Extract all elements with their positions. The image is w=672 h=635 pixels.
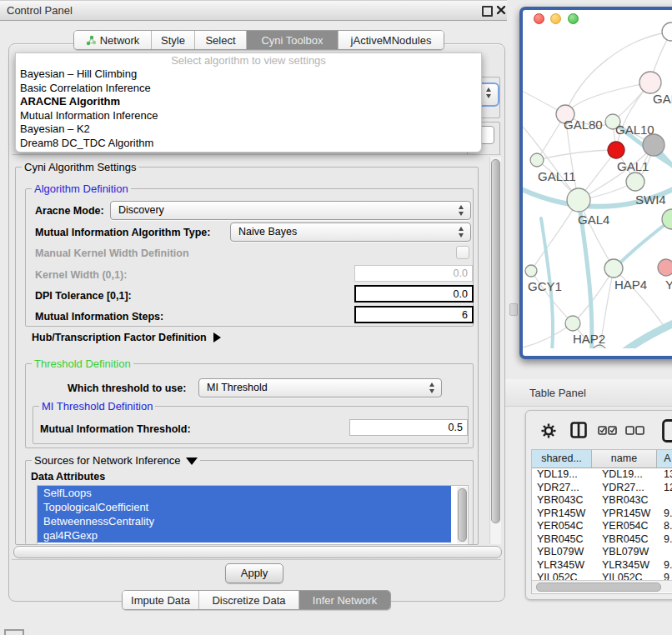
data-attribute-item[interactable]: BetweennessCentrality	[38, 514, 451, 528]
select-all-checkboxes-icon[interactable]	[598, 426, 618, 435]
data-attribute-item[interactable]: SelfLoops	[38, 486, 451, 500]
table-header-row: shared... name A	[532, 450, 672, 468]
sources-title-text: Sources for Network Inference	[34, 454, 181, 467]
panel-splitter-grip[interactable]	[509, 303, 518, 316]
network-node[interactable]	[662, 22, 672, 41]
algorithm-option[interactable]: Mutual Information Inference	[16, 109, 481, 123]
kernel-width-field[interactable]	[354, 265, 473, 282]
network-node-label: GCY1	[528, 279, 562, 293]
network-view-window[interactable]: GALGAL80GAL10GAL11GAL1GAL4SWI4GCY1HAP4YH…	[519, 7, 672, 359]
network-node-gal4[interactable]	[567, 188, 590, 212]
close-panel-icon[interactable]	[496, 5, 506, 15]
network-node-hap2[interactable]	[565, 316, 580, 331]
table-row[interactable]: YBR045CYBR045C9.	[532, 533, 672, 547]
tab-impute-data[interactable]: Impute Data	[123, 591, 199, 609]
network-node-label: SWI4	[635, 192, 666, 207]
table-horizontal-scrollbar[interactable]	[532, 580, 672, 592]
network-node-y[interactable]	[658, 259, 672, 276]
network-node-hap4[interactable]	[604, 259, 623, 278]
table-panel-window: shared... name A YDL19...YDL19...13YDR27…	[525, 410, 672, 600]
network-node-gal[interactable]	[639, 72, 661, 93]
stepper-arrows-icon	[459, 227, 464, 238]
table-row[interactable]: YDL19...YDL19...13	[532, 468, 672, 482]
data-attribute-item[interactable]: gal4RGexp	[38, 528, 451, 542]
network-node-label: GAL1	[617, 159, 649, 173]
tab-cyni-toolbox-label: Cyni Toolbox	[261, 34, 323, 47]
columns-icon[interactable]	[570, 422, 587, 438]
mi-steps-field[interactable]	[354, 306, 474, 323]
network-node-label: HAP2	[573, 332, 605, 346]
dpi-tolerance-field[interactable]	[354, 285, 474, 302]
which-threshold-value: MI Threshold	[207, 382, 268, 393]
expand-right-icon[interactable]	[213, 332, 221, 342]
table-row[interactable]: YIL052CYIL052C9	[532, 572, 672, 580]
table-row[interactable]: YPR145WYPR145W9.	[532, 508, 672, 521]
column-header-name[interactable]: name	[592, 450, 657, 468]
aracne-mode-combobox[interactable]: Discovery	[110, 201, 471, 220]
table-row[interactable]: YER054CYER054C8.	[532, 520, 672, 533]
settings-vertical-scrollbar[interactable]	[489, 157, 501, 544]
network-node[interactable]	[608, 142, 624, 158]
table-cell: YBR045C	[596, 533, 661, 547]
cyni-bottom-tabs: Impute Data Discretize Data Infer Networ…	[122, 590, 391, 610]
tab-discretize-data-label: Discretize Data	[212, 594, 285, 607]
tab-discretize-data[interactable]: Discretize Data	[199, 591, 299, 609]
tab-jactivemnodules[interactable]: jActiveMNodules	[339, 31, 444, 49]
kernel-width-label: Kernel Width (0,1):	[35, 269, 127, 281]
algorithm-option[interactable]: Basic Correlation Inference	[16, 82, 481, 96]
table-hscrollbar-thumb[interactable]	[536, 582, 661, 592]
attributes-scrollbar-thumb[interactable]	[458, 488, 467, 542]
which-threshold-combobox[interactable]: MI Threshold	[198, 378, 442, 398]
float-panel-icon[interactable]	[482, 6, 493, 17]
algorithm-option[interactable]: Bayesian – K2	[16, 122, 481, 137]
attributes-scrollbar[interactable]	[457, 487, 467, 543]
tab-select[interactable]: Select	[195, 31, 247, 49]
mi-algorithm-type-combobox[interactable]: Naive Bayes	[230, 222, 471, 242]
data-attributes-label: Data Attributes	[31, 471, 105, 482]
settings-gear-icon[interactable]	[541, 423, 556, 438]
table-row[interactable]: YBL079WYBL079W	[532, 546, 672, 559]
deselect-all-checkboxes-icon[interactable]	[625, 426, 645, 435]
table-row[interactable]: YLR345WYLR345W9.	[532, 559, 672, 572]
network-node-gcy1[interactable]	[525, 265, 537, 277]
function-builder-icon[interactable]	[662, 419, 672, 442]
tab-cyni-toolbox[interactable]: Cyni Toolbox	[247, 31, 339, 49]
column-header-extra[interactable]: A	[657, 450, 672, 468]
stepper-arrows-icon	[486, 88, 492, 98]
algorithm-option[interactable]: Dream8 DC_TDC Algorithm	[16, 137, 481, 151]
data-attributes-list[interactable]: SelfLoopsTopologicalCoefficientBetweenne…	[37, 485, 469, 545]
network-node-label: GAL10	[615, 122, 654, 137]
settings-vscrollbar-thumb[interactable]	[491, 159, 500, 523]
collapsed-panel-button[interactable]	[4, 629, 24, 635]
network-node-gal11[interactable]	[530, 153, 544, 167]
apply-button[interactable]: Apply	[225, 563, 283, 583]
algorithm-option[interactable]: ARACNE Algorithm	[16, 95, 481, 109]
threshold-definition-title: Threshold Definition	[32, 358, 133, 370]
table-row[interactable]: YBR043CYBR043C	[532, 494, 672, 508]
screen: Control Panel Network Style Select Cyni …	[0, 0, 672, 635]
manual-kernel-width-checkbox[interactable]	[456, 246, 469, 259]
table-panel-title: Table Panel	[529, 387, 586, 399]
algorithm-definition-title: Algorithm Definition	[32, 182, 131, 195]
network-canvas[interactable]: GALGAL80GAL10GAL11GAL1GAL4SWI4GCY1HAP4YH…	[523, 10, 672, 348]
algorithm-option[interactable]: Bayesian – Hill Climbing	[16, 68, 481, 82]
tab-style[interactable]: Style	[152, 31, 195, 49]
table-body: YDL19...YDL19...13YDR27...YDR27...12YBR0…	[532, 468, 672, 580]
table-cell: YBL079W	[532, 546, 596, 559]
table-cell: YDL19...	[596, 468, 661, 482]
tab-select-label: Select	[205, 34, 235, 47]
network-node[interactable]	[643, 134, 664, 156]
table-row[interactable]: YDR27...YDR27...12	[532, 482, 672, 495]
table-panel-header: Table Panel	[505, 379, 672, 407]
mi-threshold-field[interactable]	[349, 419, 468, 436]
hub-tf-definition-section[interactable]: Hub/Transcription Factor Definition	[32, 332, 221, 343]
table-cell: YPR145W	[532, 508, 596, 521]
column-header-shared[interactable]: shared...	[532, 450, 592, 468]
settings-horizontal-scrollbar[interactable]	[13, 546, 502, 558]
table-cell: YDR27...	[532, 482, 596, 495]
collapse-down-icon[interactable]	[186, 458, 198, 465]
data-attribute-item[interactable]: TopologicalCoefficient	[38, 500, 451, 514]
network-node-gal1[interactable]	[626, 172, 644, 191]
tab-infer-network[interactable]: Infer Network	[299, 591, 390, 609]
tab-network[interactable]: Network	[74, 31, 152, 49]
